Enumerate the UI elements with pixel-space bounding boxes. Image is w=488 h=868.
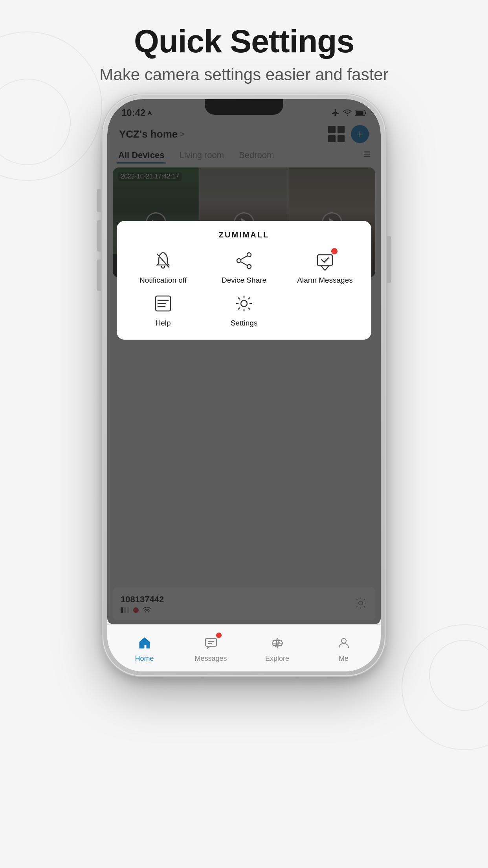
svg-rect-13 [317, 255, 332, 266]
alarm-badge-dot [331, 248, 338, 254]
notification-off-icon [151, 249, 175, 272]
nav-me[interactable]: Me [310, 633, 377, 663]
bottom-nav: Home Messages [107, 624, 381, 671]
phone-screen: 10:42 [107, 99, 381, 671]
popup-grid-row1: Notification off [125, 249, 363, 285]
me-nav-icon [334, 633, 354, 653]
svg-point-9 [237, 259, 241, 263]
svg-point-10 [247, 265, 251, 268]
svg-line-12 [241, 262, 247, 265]
page-title: Quick Settings [0, 24, 488, 59]
svg-point-19 [241, 300, 247, 307]
nav-me-label: Me [339, 655, 349, 663]
svg-rect-21 [205, 638, 216, 646]
quick-settings-popup: ZUMIMALL Notific [117, 221, 371, 340]
device-share-label: Device Share [222, 276, 266, 285]
messages-badge [216, 633, 222, 638]
power-button[interactable] [387, 236, 391, 283]
alarm-messages-label: Alarm Messages [297, 276, 353, 285]
explore-nav-icon [268, 633, 287, 653]
svg-marker-14 [321, 266, 329, 270]
nav-messages-label: Messages [194, 655, 227, 663]
popup-overlay[interactable] [107, 99, 381, 624]
settings-label: Settings [231, 318, 258, 328]
device-share-icon [232, 249, 256, 272]
volume-up-button[interactable] [97, 189, 101, 212]
notification-off-item[interactable]: Notification off [125, 249, 202, 285]
help-icon [151, 292, 175, 315]
nav-explore-label: Explore [265, 655, 289, 663]
popup-brand-label: ZUMIMALL [125, 230, 363, 239]
page-subtitle: Make camera settings easier and faster [0, 65, 488, 84]
messages-nav-icon [201, 633, 221, 653]
messages-icon [204, 636, 218, 650]
explore-icon [270, 636, 284, 650]
nav-explore[interactable]: Explore [244, 633, 310, 663]
notification-off-label: Notification off [139, 276, 187, 285]
nav-home-label: Home [135, 655, 154, 663]
settings-icon [232, 292, 256, 315]
home-nav-icon [135, 633, 154, 653]
alarm-messages-item[interactable]: Alarm Messages [286, 249, 363, 285]
help-item[interactable]: Help [125, 292, 202, 328]
popup-empty-cell [286, 292, 363, 328]
phone-mockup: 10:42 [103, 94, 385, 676]
silent-button[interactable] [97, 259, 101, 291]
device-share-item[interactable]: Device Share [205, 249, 283, 285]
svg-line-11 [241, 256, 247, 259]
nav-home[interactable]: Home [111, 633, 178, 663]
settings-item[interactable]: Settings [205, 292, 283, 328]
phone-inner: 10:42 [107, 99, 381, 671]
help-label: Help [155, 318, 171, 328]
page-header: Quick Settings Make camera settings easi… [0, 0, 488, 84]
svg-point-8 [247, 253, 251, 257]
person-icon [337, 636, 351, 650]
popup-grid-row2: Help Settings [125, 292, 363, 328]
svg-point-28 [341, 638, 346, 643]
phone-outer: 10:42 [103, 94, 385, 676]
notch [205, 99, 283, 115]
alarm-messages-icon [313, 249, 337, 272]
home-icon [138, 636, 152, 650]
volume-down-button[interactable] [97, 220, 101, 252]
nav-messages[interactable]: Messages [178, 633, 244, 663]
